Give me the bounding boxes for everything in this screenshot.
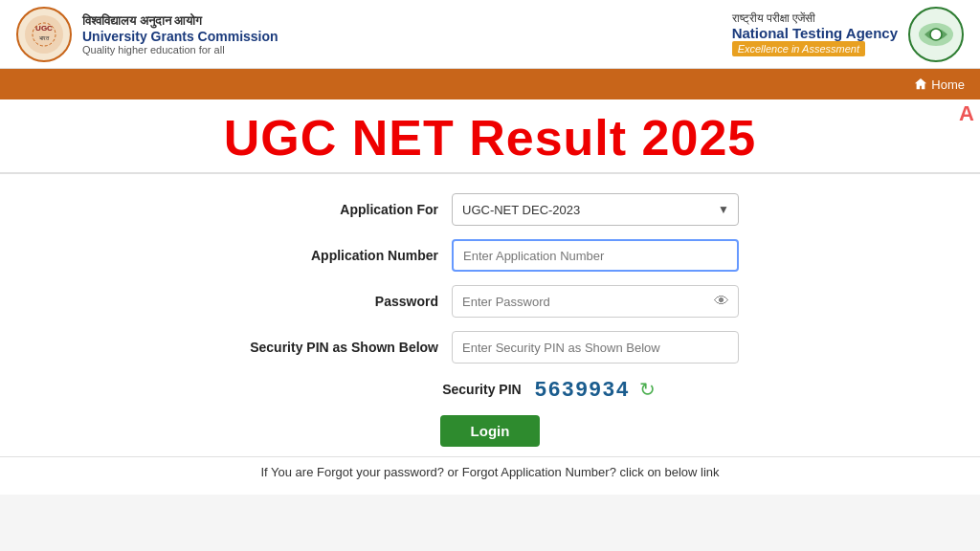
security-pin-label: Security PIN [324,382,535,397]
password-label: Password [241,294,452,309]
application-for-select[interactable]: UGC-NET DEC-2023 [452,193,739,226]
header: UGC भारत विश्वविद्यालय अनुदान आयोग Unive… [0,0,980,69]
forgot-footer-note: If You are Forgot your password? or Forg… [0,456,980,479]
ugc-english-name: University Grants Commission [82,29,278,44]
svg-text:भारत: भारत [39,35,50,41]
ugc-tagline: Quality higher education for all [82,44,278,55]
security-pin-shown-label: Security PIN as Shown Below [241,340,452,355]
page-title: UGC NET Result 2025 [0,113,980,163]
login-button[interactable]: Login [440,415,541,447]
security-pin-shown-row: Security PIN as Shown Below [0,331,980,364]
refresh-icon[interactable]: ↻ [639,378,656,401]
application-number-label: Application Number [241,248,452,263]
login-form: Application For UGC-NET DEC-2023 ▼ Appli… [0,174,980,495]
title-banner: UGC NET Result 2025 [0,99,980,174]
nta-text: राष्ट्रीय परीक्षा एजेंसी National Testin… [732,11,898,56]
application-for-select-wrapper: UGC-NET DEC-2023 ▼ [452,193,739,226]
nta-hindi-name: राष्ट्रीय परीक्षा एजेंसी [732,11,816,25]
password-wrapper: 👁 [452,285,739,318]
ugc-logo-icon: UGC भारत [15,6,73,63]
nta-badge: Excellence in Assessment [732,41,865,56]
application-for-label: Application For [241,202,452,217]
nta-logo-icon [907,6,965,63]
nta-english-name: National Testing Agency [732,25,898,41]
navbar: Home [0,69,980,99]
security-pin-shown-input[interactable] [452,331,739,364]
password-input[interactable] [452,285,739,318]
application-number-input[interactable] [452,239,739,272]
svg-point-1 [25,15,63,54]
eye-icon[interactable]: 👁 [714,293,729,310]
login-button-row: Login [0,415,980,447]
home-icon [914,77,927,91]
application-number-row: Application Number [0,239,980,272]
pin-value: 5639934 [535,377,631,402]
ugc-branding: UGC भारत विश्वविद्यालय अनुदान आयोग Unive… [15,6,278,63]
home-nav-label: Home [931,77,965,92]
application-for-row: Application For UGC-NET DEC-2023 ▼ [0,193,980,226]
watermark-label: A [953,99,980,128]
password-row: Password 👁 [0,285,980,318]
svg-point-7 [930,29,942,40]
pin-display: 5639934 ↻ [535,377,657,402]
svg-text:UGC: UGC [35,24,53,33]
ugc-hindi-name: विश्वविद्यालय अनुदान आयोग [82,13,278,29]
nta-branding: राष्ट्रीय परीक्षा एजेंसी National Testin… [732,6,965,63]
ugc-text: विश्वविद्यालय अनुदान आयोग University Gra… [82,13,278,55]
home-nav-item[interactable]: Home [914,77,965,92]
security-pin-row: Security PIN 5639934 ↻ [0,377,980,402]
